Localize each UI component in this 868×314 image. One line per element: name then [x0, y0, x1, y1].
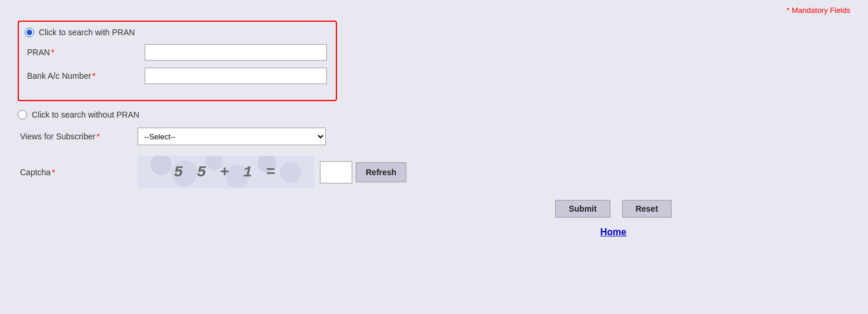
captcha-required-star: * [52, 168, 55, 177]
mandatory-fields-note: * Mandatory Fields [12, 6, 856, 15]
captcha-label: Captcha* [20, 168, 138, 177]
views-subscriber-row: Views for Subscriber* --Select-- [20, 128, 856, 145]
views-subscriber-select[interactable]: --Select-- [138, 128, 326, 145]
captcha-image: 5 5 + 1 = [138, 156, 314, 188]
reset-button[interactable]: Reset [622, 200, 672, 218]
captcha-row: Captcha* 5 5 + 1 = Refresh [20, 156, 856, 188]
svg-point-0 [151, 156, 172, 175]
refresh-button[interactable]: Refresh [356, 162, 406, 182]
captcha-answer-input[interactable] [320, 161, 352, 183]
search-with-pran-radio[interactable] [25, 28, 34, 37]
pran-required-star: * [51, 48, 54, 57]
search-without-pran-label: Click to search without PRAN [32, 110, 139, 119]
search-without-pran-radio[interactable] [18, 110, 27, 119]
search-with-pran-label: Click to search with PRAN [39, 28, 135, 37]
captcha-equation-text: 5 5 + 1 = [174, 163, 278, 181]
bank-field-label: Bank A/c Number* [27, 71, 145, 81]
views-label: Views for Subscriber* [20, 132, 138, 141]
bank-required-star: * [92, 71, 95, 81]
form-buttons-row: Submit Reset [370, 200, 856, 218]
pran-field-label: PRAN* [27, 48, 145, 57]
pran-input[interactable] [145, 44, 327, 61]
views-required-star: * [96, 132, 99, 141]
submit-button[interactable]: Submit [555, 200, 610, 218]
svg-point-5 [280, 162, 301, 183]
search-without-pran-section: Click to search without PRAN [18, 110, 856, 119]
home-link[interactable]: Home [600, 227, 626, 237]
bank-account-input[interactable] [145, 68, 327, 84]
search-with-pran-section: Click to search with PRAN PRAN* Bank A/c… [18, 21, 337, 101]
home-link-row: Home [370, 227, 856, 238]
